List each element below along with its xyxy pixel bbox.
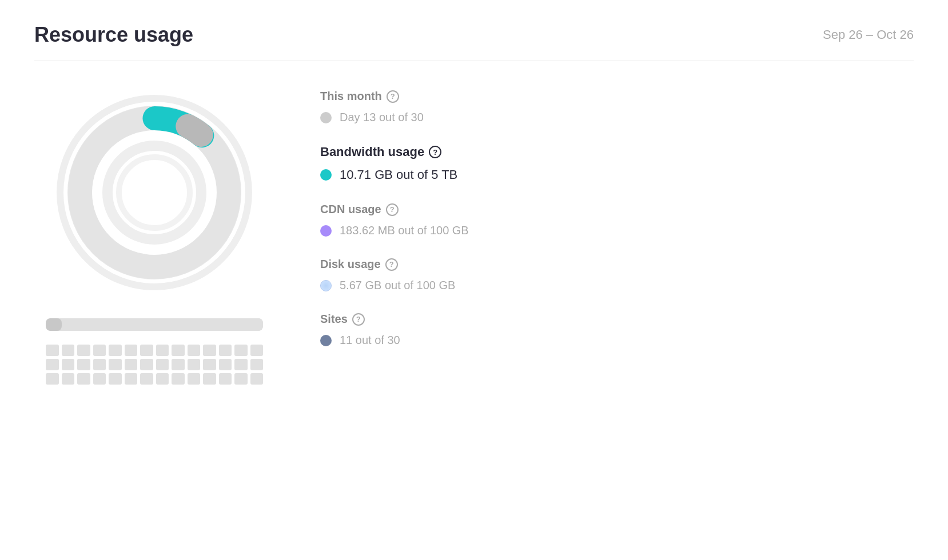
stats-area: This month ? Day 13 out of 30 Bandwidth … (320, 84, 914, 367)
sites-label-text: Sites (320, 313, 348, 326)
disk-dot (320, 280, 332, 291)
sites-value: 11 out of 30 (320, 334, 914, 347)
this-month-label: This month ? (320, 90, 914, 103)
skeleton-cell (77, 359, 90, 370)
date-range: Sep 26 – Oct 26 (823, 27, 914, 42)
sites-help-icon[interactable]: ? (352, 313, 365, 326)
disk-label: Disk usage ? (320, 258, 914, 271)
cdn-label-text: CDN usage (320, 203, 381, 216)
skeleton-cell (109, 373, 122, 385)
skeleton-cell (234, 373, 248, 385)
this-month-section: This month ? Day 13 out of 30 (320, 90, 914, 124)
disk-value: 5.67 GB out of 100 GB (320, 279, 914, 292)
skeleton-cell (219, 373, 232, 385)
skeleton-grid (46, 345, 263, 385)
skeleton-cell (109, 359, 122, 370)
skeleton-cell (203, 359, 216, 370)
skeleton-cell (125, 345, 138, 356)
sites-section: Sites ? 11 out of 30 (320, 313, 914, 347)
disk-label-text: Disk usage (320, 258, 381, 271)
skeleton-cell (140, 345, 153, 356)
disk-section: Disk usage ? 5.67 GB out of 100 GB (320, 258, 914, 292)
skeleton-cell (125, 359, 138, 370)
progress-bar-thumb (46, 318, 62, 331)
disk-help-icon[interactable]: ? (385, 258, 398, 271)
skeleton-cell (93, 345, 106, 356)
content-area: This month ? Day 13 out of 30 Bandwidth … (34, 84, 914, 385)
skeleton-cell (188, 345, 201, 356)
skeleton-cell (203, 373, 216, 385)
this-month-value-text: Day 13 out of 30 (340, 111, 424, 124)
bandwidth-value-text: 10.71 GB out of 5 TB (340, 167, 457, 182)
skeleton-cell (156, 373, 169, 385)
skeleton-cell (140, 359, 153, 370)
skeleton-cell (140, 373, 153, 385)
skeleton-cell (250, 359, 264, 370)
skeleton-cell (156, 345, 169, 356)
bandwidth-label-text: Bandwidth usage (320, 145, 424, 159)
this-month-value: Day 13 out of 30 (320, 111, 914, 124)
skeleton-cell (250, 345, 264, 356)
sites-dot (320, 335, 332, 346)
skeleton-cell (172, 359, 185, 370)
cdn-dot (320, 225, 332, 237)
skeleton-cell (93, 373, 106, 385)
page-title: Resource usage (34, 23, 193, 47)
bandwidth-section: Bandwidth usage ? 10.71 GB out of 5 TB (320, 145, 914, 182)
skeleton-cell (93, 359, 106, 370)
skeleton-cell (46, 345, 59, 356)
skeleton-cell (188, 373, 201, 385)
cdn-help-icon[interactable]: ? (386, 203, 399, 216)
this-month-dot (320, 112, 332, 123)
bandwidth-value: 10.71 GB out of 5 TB (320, 167, 914, 182)
skeleton-cell (109, 345, 122, 356)
chart-area (34, 84, 274, 385)
page-container: Resource usage Sep 26 – Oct 26 (0, 0, 948, 407)
donut-svg (46, 84, 263, 301)
disk-value-text: 5.67 GB out of 100 GB (340, 279, 455, 292)
cdn-value-text: 183.62 MB out of 100 GB (340, 224, 469, 237)
svg-point-7 (126, 164, 183, 221)
bandwidth-dot (320, 169, 332, 181)
sites-value-text: 11 out of 30 (340, 334, 400, 347)
donut-chart (46, 84, 263, 301)
bandwidth-help-icon[interactable]: ? (429, 146, 441, 158)
skeleton-cell (156, 359, 169, 370)
skeleton-cell (219, 359, 232, 370)
page-header: Resource usage Sep 26 – Oct 26 (34, 23, 914, 61)
sites-label: Sites ? (320, 313, 914, 326)
skeleton-cell (234, 345, 248, 356)
skeleton-cell (172, 345, 185, 356)
skeleton-cell (46, 359, 59, 370)
skeleton-cell (250, 373, 264, 385)
cdn-label: CDN usage ? (320, 203, 914, 216)
skeleton-cell (219, 345, 232, 356)
skeleton-cell (77, 373, 90, 385)
skeleton-cell (125, 373, 138, 385)
progress-bar-container (46, 318, 263, 331)
skeleton-cell (62, 345, 75, 356)
this-month-label-text: This month (320, 90, 382, 103)
skeleton-cell (77, 345, 90, 356)
skeleton-cell (188, 359, 201, 370)
progress-bar-fill (46, 318, 263, 331)
skeleton-cell (172, 373, 185, 385)
cdn-section: CDN usage ? 183.62 MB out of 100 GB (320, 203, 914, 237)
skeleton-cell (62, 359, 75, 370)
skeleton-cell (46, 373, 59, 385)
skeleton-cell (234, 359, 248, 370)
bandwidth-label: Bandwidth usage ? (320, 145, 914, 159)
skeleton-cell (62, 373, 75, 385)
this-month-help-icon[interactable]: ? (387, 90, 399, 103)
progress-bar-track (46, 318, 263, 331)
cdn-value: 183.62 MB out of 100 GB (320, 224, 914, 237)
skeleton-cell (203, 345, 216, 356)
